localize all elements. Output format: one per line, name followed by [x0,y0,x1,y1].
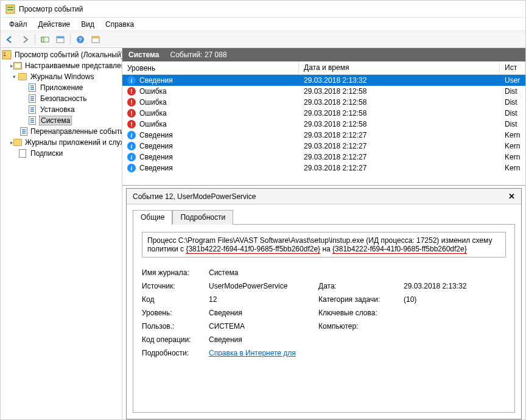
events-horizontal-scrollbar[interactable] [122,175,525,185]
event-source-cell: Dist [500,118,525,130]
event-date-cell: 29.03.2018 2:12:27 [299,162,500,174]
log-icon [27,105,37,114]
tree-item-setup[interactable]: Установка [1,104,122,115]
label-level: Уровень: [142,309,209,317]
event-row[interactable]: !Ошибка29.03.2018 2:12:58Dist [122,97,525,108]
detail-tabs: Общие Подробности [127,205,521,224]
column-source[interactable]: Ист [500,61,525,74]
log-icon [27,116,37,125]
tree-label: Установка [39,105,76,114]
tree-item-system[interactable]: Система [1,115,122,126]
menu-help[interactable]: Справка [100,19,139,30]
help-button[interactable]: ? [74,33,87,46]
tab-general[interactable]: Общие [133,210,172,225]
svg-rect-10 [92,37,99,38]
event-viewer-icon [2,50,12,60]
event-source-cell: Dist [500,107,525,119]
menu-file[interactable]: Файл [4,19,32,30]
chevron-down-icon[interactable]: ▾ [10,74,18,80]
events-list-header: Уровень Дата и время Ист [122,61,525,75]
events-list-body[interactable]: iСведения29.03.2018 2:13:32User!Ошибка29… [122,75,525,175]
menu-view[interactable]: Вид [76,19,99,30]
event-level-text: Сведения [139,164,173,172]
label-keywords: Ключевые слова: [318,309,404,317]
tree-custom-views[interactable]: ▸ Настраиваемые представления [1,60,122,71]
error-icon: ! [127,98,136,107]
window-title: Просмотр событий [19,5,83,13]
tree-windows-logs[interactable]: ▾ Журналы Windows [1,71,122,82]
event-row[interactable]: iСведения29.03.2018 2:12:27Kern [122,130,525,141]
tab-general-content: Процесс C:\Program Files\AVAST Software\… [133,224,515,413]
tab-details[interactable]: Подробности [172,210,233,225]
refresh-button[interactable] [89,33,102,46]
event-detail-frame: Событие 12, UserModePowerService ✕ Общие… [126,188,522,419]
event-level-cell: iСведения [122,162,299,174]
navigation-tree[interactable]: Просмотр событий (Локальный) ▸ Настраива… [1,48,122,419]
event-level-cell: iСведения [122,129,299,141]
folder-icon [13,138,22,147]
views-icon [13,61,22,71]
event-row[interactable]: iСведения29.03.2018 2:13:32User [122,75,525,86]
info-icon: i [127,131,136,139]
event-level-text: Сведения [139,153,173,161]
toolbar-separator [70,34,71,45]
tree-label: Журналы приложений и служб [24,138,122,147]
event-source-cell: Kern [500,140,525,152]
content-title: Система [128,51,160,59]
show-hide-pane-button[interactable] [38,33,52,46]
window-titlebar: Просмотр событий [1,1,525,18]
content-header: Система Событий: 27 088 [122,48,525,61]
tree-label: Безопасность [39,94,88,103]
event-row[interactable]: !Ошибка29.03.2018 2:12:58Dist [122,108,525,119]
value-computer [404,322,501,331]
event-detail-titlebar: Событие 12, UserModePowerService ✕ [127,189,521,205]
label-date: Дата: [318,282,404,290]
event-level-text: Сведения [139,131,173,139]
event-level-cell: !Ошибка [122,107,299,119]
value-log-name: Система [209,268,318,277]
nav-back-button[interactable] [3,33,16,46]
nav-forward-button[interactable] [18,33,32,46]
event-row[interactable]: !Ошибка29.03.2018 2:12:58Dist [122,86,525,97]
event-level-text: Сведения [139,76,173,85]
tree-item-application[interactable]: Приложение [1,82,122,93]
event-row[interactable]: iСведения29.03.2018 2:12:27Kern [122,152,525,163]
event-message: Процесс C:\Program Files\AVAST Software\… [142,232,506,257]
log-icon [27,94,37,103]
event-source-cell: Kern [500,129,525,141]
event-source-cell: Kern [500,162,525,174]
menu-action[interactable]: Действие [33,19,75,30]
toolbar: ? [1,31,525,48]
tree-app-service-logs[interactable]: ▸ Журналы приложений и служб [1,137,122,148]
tree-subscriptions[interactable]: Подписки [1,148,122,159]
event-row[interactable]: iСведения29.03.2018 2:12:27Kern [122,141,525,152]
event-date-cell: 29.03.2018 2:12:58 [299,85,500,97]
event-date-cell: 29.03.2018 2:12:27 [299,151,500,163]
event-guid-1: {381b4222-f694-41f0-9685-ff5bb260df2e} [186,245,320,254]
info-icon: i [127,153,136,161]
tree-root[interactable]: Просмотр событий (Локальный) [1,49,122,60]
column-level[interactable]: Уровень [122,61,299,74]
tree-item-forwarded[interactable]: Перенаправленные события [1,126,122,137]
tree-horizontal-scrollbar[interactable] [1,410,122,419]
tree-item-security[interactable]: Безопасность [1,93,122,104]
properties-button[interactable] [54,33,67,46]
main-area: Просмотр событий (Локальный) ▸ Настраива… [1,48,525,419]
event-level-cell: iСведения [122,151,299,163]
value-event-id: 12 [209,295,318,304]
event-level-text: Сведения [139,142,173,150]
event-row[interactable]: iСведения29.03.2018 2:12:27Kern [122,163,525,173]
svg-text:?: ? [79,37,82,43]
log-icon [27,83,37,93]
subscriptions-icon [18,149,27,158]
event-row[interactable]: !Ошибка29.03.2018 2:12:58Dist [122,119,525,130]
tree-label: Перенаправленные события [29,127,122,136]
event-level-cell: !Ошибка [122,85,299,97]
help-online-link[interactable]: Справка в Интернете для [209,349,296,357]
column-date[interactable]: Дата и время [299,61,500,74]
close-icon[interactable]: ✕ [508,192,515,201]
event-level-cell: iСведения [122,140,299,152]
event-level-text: Ошибка [139,87,167,96]
tree-label: Приложение [39,83,84,92]
events-count: Событий: 27 088 [170,51,227,59]
